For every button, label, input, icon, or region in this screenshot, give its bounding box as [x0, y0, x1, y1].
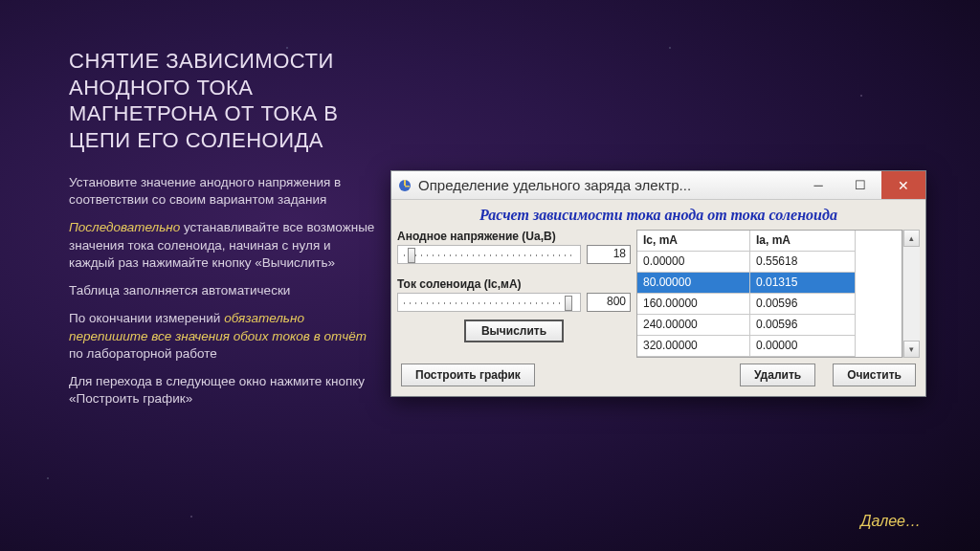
table-row[interactable]: 80.00000 0.01315: [637, 273, 902, 294]
app-window: Определение удельного заряда электр... ─…: [390, 170, 926, 397]
paragraph-2: Последовательно устанавливайте все возмо…: [69, 219, 375, 272]
plot-button[interactable]: Построить график: [401, 364, 535, 386]
table-header: Ic, mA Ia, mA: [637, 231, 902, 252]
col-ic: Ic, mA: [637, 231, 750, 252]
emphasis: Последовательно: [69, 220, 180, 234]
table-row[interactable]: 240.00000 0.00596: [637, 315, 902, 336]
col-ia: Ia, mA: [750, 231, 856, 252]
close-button[interactable]: ✕: [881, 171, 925, 199]
table-row[interactable]: 320.00000 0.00000: [637, 336, 902, 357]
solenoid-value[interactable]: 800: [587, 293, 631, 312]
slide-body: Установите значение анодного напряжения …: [69, 174, 375, 408]
svg-rect-2: [405, 186, 410, 187]
clear-button[interactable]: Очистить: [833, 364, 916, 386]
data-table[interactable]: Ic, mA Ia, mA 0.00000 0.55618 80.00000 0…: [636, 230, 902, 358]
paragraph-3: Таблица заполняется автоматически: [69, 282, 375, 299]
scrollbar[interactable]: ▴ ▾: [902, 230, 920, 358]
slide-title: СНЯТИЕ ЗАВИСИМОСТИ АНОДНОГО ТОКА МАГНЕТР…: [69, 48, 375, 153]
scroll-down-icon[interactable]: ▾: [903, 341, 920, 358]
titlebar: Определение удельного заряда электр... ─…: [391, 171, 925, 200]
table-row[interactable]: 0.00000 0.55618: [637, 252, 902, 273]
solenoid-label: Ток соленоида (Ic,мА): [397, 277, 631, 291]
voltage-label: Анодное напряжение (Ua,В): [397, 230, 631, 243]
calculate-button[interactable]: Вычислить: [464, 320, 564, 342]
paragraph-1: Установите значение анодного напряжения …: [69, 174, 375, 209]
scroll-up-icon[interactable]: ▴: [903, 230, 920, 247]
app-caption: Расчет зависимости тока анода от тока со…: [397, 204, 920, 230]
paragraph-4: По окончании измерений обязательно переп…: [69, 310, 375, 363]
next-link[interactable]: Далее…: [860, 513, 921, 530]
table-row[interactable]: 160.00000 0.00596: [637, 294, 902, 315]
paragraph-5: Для перехода в следующее окно нажмите кн…: [69, 373, 375, 408]
solenoid-slider[interactable]: [397, 293, 581, 312]
minimize-button[interactable]: ─: [797, 171, 839, 199]
delete-button[interactable]: Удалить: [740, 364, 815, 386]
voltage-value[interactable]: 18: [587, 245, 631, 264]
svg-rect-1: [404, 180, 406, 186]
app-icon: [397, 178, 412, 193]
maximize-button[interactable]: ☐: [839, 171, 881, 199]
window-title: Определение удельного заряда электр...: [418, 177, 797, 193]
voltage-slider[interactable]: [397, 245, 581, 264]
